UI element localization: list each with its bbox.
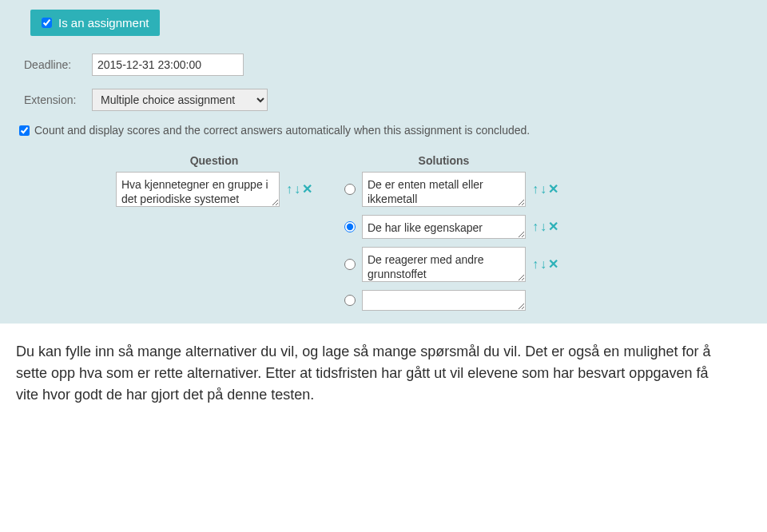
solution-controls-0: ↑ ↓ ✕ [532, 183, 558, 196]
solution-controls-1: ↑ ↓ ✕ [532, 220, 558, 233]
extension-label: Extension: [24, 93, 92, 106]
extension-row: Extension: Multiple choice assignment [24, 89, 743, 111]
solution-radio-2[interactable] [344, 259, 356, 270]
is-assignment-label: Is an assignment [58, 16, 149, 30]
remove-icon[interactable]: ✕ [548, 183, 558, 196]
autoscore-row: Count and display scores and the correct… [19, 124, 743, 137]
autoscore-checkbox[interactable] [19, 125, 30, 136]
deadline-label: Deadline: [24, 58, 92, 71]
qa-grid: Question Hva kjennetegner en gruppe i de… [116, 154, 743, 319]
solution-textarea-3[interactable] [362, 290, 526, 311]
move-down-icon[interactable]: ↓ [540, 258, 546, 271]
solution-radio-0[interactable] [344, 184, 356, 195]
solution-textarea-1[interactable]: De har like egenskaper [362, 215, 526, 239]
move-up-icon[interactable]: ↑ [532, 220, 538, 233]
deadline-input[interactable] [92, 54, 244, 76]
remove-icon[interactable]: ✕ [548, 258, 558, 271]
solution-radio-3[interactable] [344, 295, 356, 306]
question-header: Question [116, 154, 312, 167]
description-paragraph: Du kan fylle inn så mange alternativer d… [0, 324, 727, 406]
solutions-header: Solutions [362, 154, 526, 167]
move-up-icon[interactable]: ↑ [286, 183, 292, 196]
move-down-icon[interactable]: ↓ [540, 183, 546, 196]
move-down-icon[interactable]: ↓ [294, 183, 300, 196]
autoscore-label: Count and display scores and the correct… [34, 124, 530, 137]
solution-textarea-0[interactable]: De er enten metall eller ikkemetall [362, 172, 526, 207]
move-down-icon[interactable]: ↓ [540, 220, 546, 233]
move-up-icon[interactable]: ↑ [532, 183, 538, 196]
extension-select[interactable]: Multiple choice assignment [92, 89, 268, 111]
solution-controls-2: ↑ ↓ ✕ [532, 258, 558, 271]
solution-radio-1[interactable] [344, 221, 356, 232]
solution-row-1: De har like egenskaper ↑ ↓ ✕ [344, 215, 558, 239]
question-column: Question Hva kjennetegner en gruppe i de… [116, 154, 312, 319]
question-controls: ↑ ↓ ✕ [286, 183, 312, 196]
remove-icon[interactable]: ✕ [302, 183, 312, 196]
question-textarea[interactable]: Hva kjennetegner en gruppe i det periodi… [116, 172, 280, 207]
is-assignment-badge[interactable]: Is an assignment [30, 10, 160, 36]
is-assignment-checkbox[interactable] [42, 18, 52, 28]
solution-row-2: De reagerer med andre grunnstoffet ↑ ↓ ✕ [344, 247, 558, 282]
move-up-icon[interactable]: ↑ [532, 258, 538, 271]
question-wrap: Hva kjennetegner en gruppe i det periodi… [116, 172, 312, 207]
solution-row-0: De er enten metall eller ikkemetall ↑ ↓ … [344, 172, 558, 207]
deadline-row: Deadline: [24, 54, 743, 76]
solution-textarea-2[interactable]: De reagerer med andre grunnstoffet [362, 247, 526, 282]
assignment-form-panel: Is an assignment Deadline: Extension: Mu… [0, 0, 767, 324]
remove-icon[interactable]: ✕ [548, 220, 558, 233]
solutions-column: Solutions De er enten metall eller ikkem… [344, 154, 558, 319]
solution-row-3 [344, 290, 558, 311]
